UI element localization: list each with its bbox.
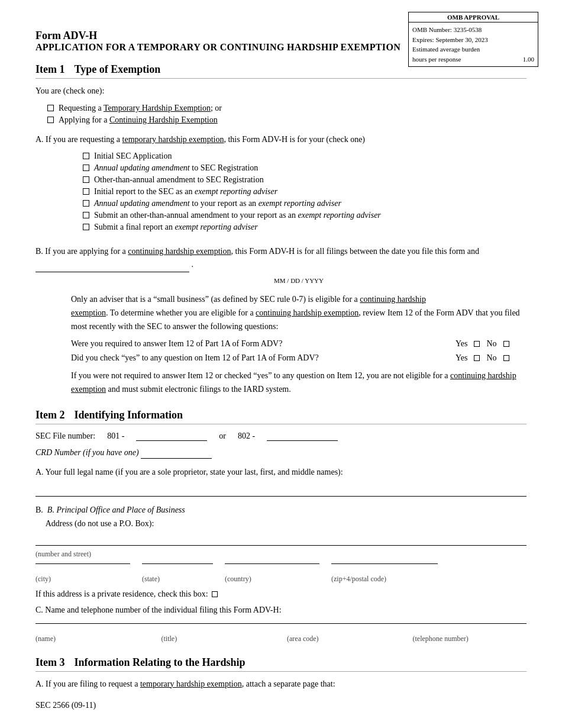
check-other-annual: Other-than-annual amendment to SEC Regis… xyxy=(83,175,527,185)
sec-or-label: or xyxy=(219,431,226,441)
check-initial-sec: Initial SEC Application xyxy=(83,152,527,161)
col-name-field[interactable]: (name) xyxy=(35,625,150,643)
check-annual-update: Annual updating amendment to SEC Registr… xyxy=(83,163,527,173)
section-b-row: B. If you are applying for a continuing … xyxy=(35,245,527,272)
check-other-exempt: Submit an other-than-annual amendment to… xyxy=(83,211,527,220)
crd-row: CRD Number (if you have one) xyxy=(35,448,527,459)
option1-row: Requesting a Temporary Hardship Exemptio… xyxy=(47,104,527,113)
omb-approval-box: OMB APPROVAL OMB Number: 3235-0538 Expir… xyxy=(408,12,538,67)
q2-answer: Yes No xyxy=(456,353,527,363)
check-annual-update-box[interactable] xyxy=(83,165,89,171)
footer-label: SEC 2566 (09-11) xyxy=(35,701,96,710)
item2-a-field[interactable] xyxy=(35,485,527,497)
sec-801-label: 801 - xyxy=(107,431,124,441)
check-annual-exempt: Annual updating amendment to your report… xyxy=(83,199,527,208)
q1-yes-box[interactable] xyxy=(474,341,480,347)
option2-text: Applying for a Continuing Hardship Exemp… xyxy=(59,115,218,125)
col-title-field[interactable]: (title) xyxy=(162,625,276,643)
item2-b-title: B. B. Principal Office and Place of Busi… xyxy=(35,504,527,530)
q1-answer: Yes No xyxy=(456,339,527,349)
footer: SEC 2566 (09-11) xyxy=(35,701,96,710)
col-zip-field[interactable]: (zip+4/postal code) xyxy=(331,563,438,584)
check-annual-exempt-box[interactable] xyxy=(83,200,89,207)
private-res-text: If this address is a private residence, … xyxy=(35,590,208,599)
private-res-checkbox[interactable] xyxy=(212,591,218,597)
option1-checkbox[interactable] xyxy=(47,105,54,111)
private-res-row: If this address is a private residence, … xyxy=(35,590,527,599)
item3-a-text: A. If you are filing to request a tempor… xyxy=(35,678,527,691)
q1-row: Were you required to answer Item 12 of P… xyxy=(35,339,527,349)
item3-header: Item 3Information Relating to the Hardsh… xyxy=(35,656,527,672)
col-state-field[interactable]: (state) xyxy=(142,563,213,584)
option2-row: Applying for a Continuing Hardship Exemp… xyxy=(47,115,527,125)
item2-c-text: C. Name and telephone number of the indi… xyxy=(35,604,527,617)
note-text: If you were not required to answer Item … xyxy=(35,369,527,396)
col-city-field[interactable]: (city) xyxy=(35,563,130,584)
name-grid: (name) (title) (area code) (telephone nu… xyxy=(35,623,527,643)
item2-b-field[interactable] xyxy=(35,534,527,546)
crd-label: CRD Number (if you have one) xyxy=(35,448,139,457)
section-a-text: A. If you are requesting a temporary har… xyxy=(35,133,365,146)
q1-text: Were you required to answer Item 12 of P… xyxy=(71,339,456,349)
sec-802-input[interactable] xyxy=(267,430,338,441)
number-street-label: (number and street) xyxy=(35,549,527,559)
check-one-label: You are (check one): xyxy=(35,85,527,98)
crd-input[interactable] xyxy=(141,448,212,459)
date-format-label: MM / DD / YYYY xyxy=(71,277,527,284)
item2-header: Item 2Identifying Information xyxy=(35,409,527,424)
option1-text: Requesting a Temporary Hardship Exemptio… xyxy=(59,104,222,113)
omb-title: OMB APPROVAL xyxy=(409,12,538,22)
q2-row: Did you check “yes” to any question on I… xyxy=(35,353,527,363)
q2-yes-box[interactable] xyxy=(474,355,480,361)
col-country-field[interactable]: (country) xyxy=(225,563,319,584)
check-final-report: Submit a final report an exempt reportin… xyxy=(83,223,527,232)
sec-802-label: 802 - xyxy=(238,431,255,441)
omb-content: OMB Number: 3235-0538 Expires: September… xyxy=(409,22,538,66)
col-telephone-field[interactable]: (telephone number) xyxy=(413,625,527,643)
inner-checks: Initial SEC Application Annual updating … xyxy=(71,152,527,232)
check-other-annual-box[interactable] xyxy=(83,176,89,183)
check-final-report-box[interactable] xyxy=(83,224,89,230)
check-initial-report: Initial report to the SEC as an exempt r… xyxy=(83,187,527,197)
address-grid: (city) (state) (country) (zip+4/postal c… xyxy=(35,563,527,584)
para-small-business: Only an adviser that is a “small busines… xyxy=(35,292,527,333)
q1-no-box[interactable] xyxy=(503,341,509,347)
item2-a-text: A. Your full legal name (if you are a so… xyxy=(35,466,527,479)
sec-file-row: SEC File number: 801 - or 802 - xyxy=(35,430,527,441)
sec-801-input[interactable] xyxy=(136,430,207,441)
option2-checkbox[interactable] xyxy=(47,117,54,123)
section-b-text: B. If you are applying for a continuing … xyxy=(35,245,527,272)
q2-text: Did you check “yes” to any question on I… xyxy=(71,353,456,363)
check-initial-sec-box[interactable] xyxy=(83,153,89,159)
col-area-code-field[interactable]: (area code) xyxy=(287,625,401,643)
check-initial-report-box[interactable] xyxy=(83,188,89,195)
sec-file-label: SEC File number: xyxy=(35,431,95,441)
q2-no-box[interactable] xyxy=(503,355,509,361)
section-a-row: A. If you are requesting a temporary har… xyxy=(35,133,527,146)
check-other-exempt-box[interactable] xyxy=(83,212,89,218)
